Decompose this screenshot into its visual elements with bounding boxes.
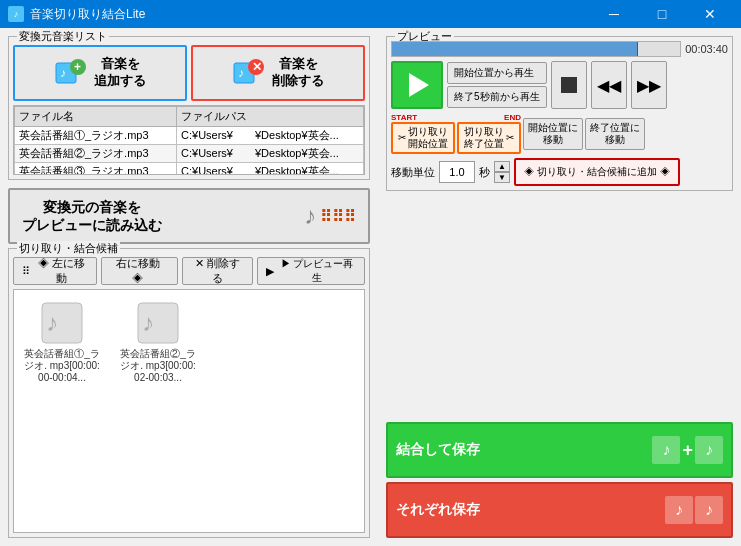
step-up-button[interactable]: ▲ — [494, 161, 510, 172]
play-from-5sec-button[interactable]: 終了5秒前から再生 — [447, 86, 547, 108]
source-music-list-label: 変換元音楽リスト — [17, 29, 109, 44]
load-preview-button[interactable]: 変換元の音楽を プレビューに読み込む ♪ ⠿⠿⠿ — [8, 188, 370, 244]
main-area: 変換元音楽リスト ♪ + 音楽を追加する — [0, 28, 741, 546]
stepper-buttons: ▲ ▼ — [494, 161, 510, 183]
progress-bar[interactable] — [391, 41, 681, 57]
skip-backward-icon: ◀◀ — [597, 76, 621, 95]
cut-join-buttons: ⠿ ◈ 左に移動 右に移動 ◈ ✕ 削除する ▶ ▶ プレビュー再生 — [13, 257, 365, 285]
music-note-3-icon: ♪ — [665, 496, 693, 524]
skip-backward-button[interactable]: ◀◀ — [591, 61, 627, 109]
window-controls: ─ □ ✕ — [591, 0, 733, 28]
play-button[interactable] — [391, 61, 443, 109]
table-row[interactable]: 英会話番組②_ラジオ.mp3C:¥Users¥ ¥Desktop¥英会... — [15, 145, 364, 163]
waveform-row: 00:03:40 — [391, 41, 728, 57]
table-row[interactable]: 英会話番組①_ラジオ.mp3C:¥Users¥ ¥Desktop¥英会... — [15, 127, 364, 145]
file-name-cell: 英会話番組①_ラジオ.mp3 — [15, 127, 177, 145]
thumb-label: 英会話番組②_ラジオ. mp3[00:00:02-00:03... — [118, 348, 198, 384]
save-join-icon: ♪ + ♪ — [652, 436, 723, 464]
delete-item-button[interactable]: ✕ 削除する — [182, 257, 253, 285]
preview-group: プレビュー 00:03:40 — [386, 36, 733, 191]
title-bar: ♪ 音楽切り取り結合Lite ─ □ ✕ — [0, 0, 741, 28]
move-unit-input[interactable] — [439, 161, 475, 183]
save-buttons: 結合して保存 ♪ + ♪ それぞれ保存 ♪ ♪ — [386, 422, 733, 538]
right-panel: プレビュー 00:03:40 — [378, 28, 741, 546]
skip-forward-icon: ▶▶ — [637, 76, 661, 95]
end-tag: END — [504, 113, 521, 122]
table-row[interactable]: 英会話番組③_ラジオ.mp3C:¥Users¥ ¥Desktop¥英会... — [15, 163, 364, 176]
load-preview-text: 変換元の音楽を プレビューに読み込む — [22, 198, 162, 234]
move-unit-row: 移動単位 秒 ▲ ▼ ◈ 切り取り・結合候補に追加 ◈ — [391, 158, 728, 186]
goto-end-button[interactable]: 終了位置に 移動 — [585, 118, 645, 150]
cut-join-label: 切り取り・結合候補 — [17, 241, 120, 256]
cut-start-button[interactable]: ✂ 切り取り 開始位置 — [391, 122, 455, 154]
file-path-cell: C:¥Users¥ ¥Desktop¥英会... — [177, 163, 364, 176]
goto-start-button[interactable]: 開始位置に 移動 — [523, 118, 583, 150]
save-each-button[interactable]: それぞれ保存 ♪ ♪ — [386, 482, 733, 538]
add-to-cut-button[interactable]: ◈ 切り取り・結合候補に追加 ◈ — [514, 158, 680, 186]
move-right-button[interactable]: 右に移動 ◈ — [101, 257, 178, 285]
load-preview-icons: ♪ ⠿⠿⠿ — [304, 202, 356, 230]
app-icon: ♪ — [8, 6, 24, 22]
stop-icon — [561, 77, 577, 93]
stop-button[interactable] — [551, 61, 587, 109]
file-path-cell: C:¥Users¥ ¥Desktop¥英会... — [177, 127, 364, 145]
delete-music-button[interactable]: ♪ ✕ 音楽を削除する — [191, 45, 365, 101]
play-from-start-button[interactable]: 開始位置から再生 — [447, 62, 547, 84]
play-triangle-icon — [409, 73, 429, 97]
scissors-start-icon: ✂ — [398, 132, 406, 144]
minimize-button[interactable]: ─ — [591, 0, 637, 28]
dots-icon: ⠿⠿⠿ — [320, 207, 356, 226]
save-each-label: それぞれ保存 — [396, 501, 480, 519]
play-text-buttons: 開始位置から再生 終了5秒前から再生 — [447, 62, 547, 108]
unit-sec-label: 秒 — [479, 165, 490, 180]
svg-text:♪: ♪ — [60, 66, 66, 80]
save-each-icon: ♪ ♪ — [665, 496, 723, 524]
save-join-button[interactable]: 結合して保存 ♪ + ♪ — [386, 422, 733, 478]
svg-text:♪: ♪ — [46, 309, 58, 336]
cut-join-group: 切り取り・結合候補 ⠿ ◈ 左に移動 右に移動 ◈ ✕ 削除する ▶ ▶ プレビ… — [8, 248, 370, 538]
preview-play-button[interactable]: ▶ ▶ プレビュー再生 — [257, 257, 365, 285]
thumbnail-item[interactable]: ♪ 英会話番組①_ラジオ. mp3[00:00:00-00:04... — [22, 298, 102, 384]
music-note-4-icon: ♪ — [695, 496, 723, 524]
step-down-button[interactable]: ▼ — [494, 172, 510, 183]
music-note-icon: ♪ — [304, 202, 316, 230]
maximize-button[interactable]: □ — [639, 0, 685, 28]
thumb-music-icon: ♪ — [133, 298, 183, 348]
delete-music-label: 音楽を削除する — [272, 56, 324, 90]
add-delete-row: ♪ + 音楽を追加する ♪ ✕ — [13, 45, 365, 101]
move-left-icon: ⠿ — [22, 265, 30, 278]
svg-text:✕: ✕ — [252, 60, 262, 74]
col-filename: ファイル名 — [15, 107, 177, 127]
cut-position-row: START ✂ 切り取り 開始位置 END 切り取り 終了位置 ✂ — [391, 113, 728, 154]
svg-text:♪: ♪ — [142, 309, 154, 336]
add-music-label: 音楽を追加する — [94, 56, 146, 90]
cut-end-button[interactable]: 切り取り 終了位置 ✂ — [457, 122, 521, 154]
file-table: ファイル名 ファイルパス 英会話番組①_ラジオ.mp3C:¥Users¥ ¥De… — [14, 106, 364, 175]
col-filepath: ファイルパス — [177, 107, 364, 127]
thumbnails-area: ♪ 英会話番組①_ラジオ. mp3[00:00:00-00:04... ♪ 英会… — [13, 289, 365, 533]
svg-text:♪: ♪ — [238, 66, 244, 80]
thumb-music-icon: ♪ — [37, 298, 87, 348]
file-path-cell: C:¥Users¥ ¥Desktop¥英会... — [177, 145, 364, 163]
delete-music-icon: ♪ ✕ — [232, 57, 264, 89]
thumbnail-item[interactable]: ♪ 英会話番組②_ラジオ. mp3[00:00:02-00:03... — [118, 298, 198, 384]
window-title: 音楽切り取り結合Lite — [30, 6, 591, 23]
thumb-label: 英会話番組①_ラジオ. mp3[00:00:00-00:04... — [22, 348, 102, 384]
close-button[interactable]: ✕ — [687, 0, 733, 28]
file-name-cell: 英会話番組③_ラジオ.mp3 — [15, 163, 177, 176]
move-left-button[interactable]: ⠿ ◈ 左に移動 — [13, 257, 97, 285]
file-table-container[interactable]: ファイル名 ファイルパス 英会話番組①_ラジオ.mp3C:¥Users¥ ¥De… — [13, 105, 365, 175]
svg-text:+: + — [74, 60, 81, 74]
playback-controls: 開始位置から再生 終了5秒前から再生 ◀◀ ▶▶ — [391, 61, 728, 109]
file-name-cell: 英会話番組②_ラジオ.mp3 — [15, 145, 177, 163]
music-note-2-icon: ♪ — [695, 436, 723, 464]
add-music-icon: ♪ + — [54, 57, 86, 89]
cut-start-section: START ✂ 切り取り 開始位置 — [391, 113, 455, 154]
add-music-button[interactable]: ♪ + 音楽を追加する — [13, 45, 187, 101]
play-icon: ▶ — [266, 265, 274, 278]
cut-end-section: END 切り取り 終了位置 ✂ — [457, 113, 521, 154]
save-join-label: 結合して保存 — [396, 441, 480, 459]
skip-forward-button[interactable]: ▶▶ — [631, 61, 667, 109]
start-tag: START — [391, 113, 417, 122]
play-section — [391, 61, 443, 109]
